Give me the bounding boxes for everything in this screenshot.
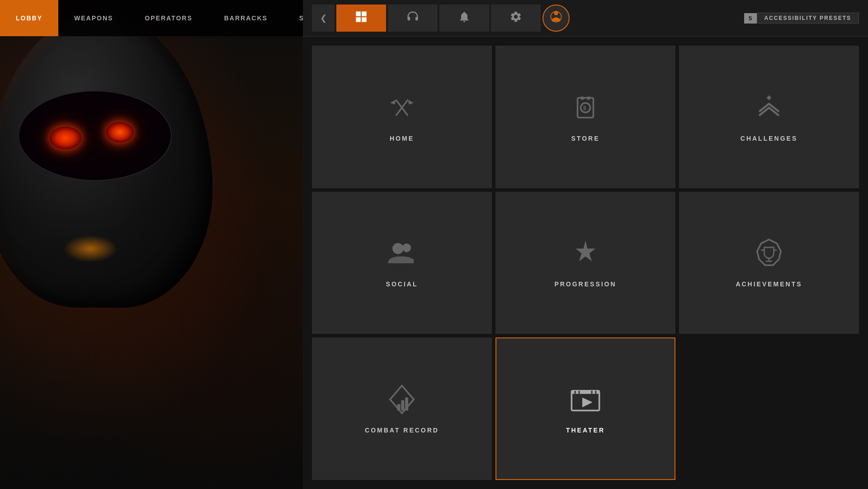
back-button[interactable]: ❮ xyxy=(312,5,335,32)
nav-tab-store[interactable]: STORE xyxy=(283,0,303,36)
accessibility-presets: 5 ACCESSIBILITY PRESETS xyxy=(744,13,859,24)
social-icon xyxy=(386,237,418,273)
challenges-label: CHALLENGES xyxy=(741,135,797,142)
tile-combat-record[interactable]: COMBAT RECORD xyxy=(312,337,492,480)
svg-marker-9 xyxy=(408,100,414,104)
svg-text:$: $ xyxy=(583,105,586,111)
progression-label: PROGRESSION xyxy=(554,280,616,288)
svg-rect-2 xyxy=(356,17,361,22)
tile-theater[interactable]: THEATER xyxy=(495,337,675,480)
gear-icon-button[interactable] xyxy=(491,5,541,32)
gear-icon xyxy=(509,10,522,26)
right-panel: ❮ xyxy=(303,0,868,489)
nav-tab-barracks[interactable]: BARRACKS xyxy=(208,0,283,36)
menu-grid: HOME $ STORE xyxy=(303,37,868,489)
tile-store[interactable]: $ STORE xyxy=(495,46,675,188)
home-icon xyxy=(386,92,418,128)
accessibility-label: ACCESSIBILITY PRESETS xyxy=(757,13,859,24)
svg-rect-27 xyxy=(397,404,401,411)
headset-icon-button[interactable] xyxy=(388,5,438,32)
combat-record-label: COMBAT RECORD xyxy=(365,427,439,434)
bell-icon-button[interactable] xyxy=(439,5,489,32)
top-navigation: LOBBY WEAPONS OPERATORS BARRACKS STORE xyxy=(0,0,303,36)
progression-icon xyxy=(570,237,601,273)
nav-tabs: LOBBY WEAPONS OPERATORS BARRACKS STORE xyxy=(0,0,303,36)
challenges-icon xyxy=(753,92,785,128)
nav-tab-weapons[interactable]: WEAPONS xyxy=(58,0,129,36)
svg-point-17 xyxy=(392,243,404,255)
svg-marker-36 xyxy=(582,398,593,408)
social-label: SOCIAL xyxy=(386,280,418,288)
helmet-graphic xyxy=(0,0,244,353)
tile-home[interactable]: HOME xyxy=(312,46,492,188)
svg-rect-29 xyxy=(405,398,408,411)
svg-rect-13 xyxy=(581,96,584,100)
accessibility-count: 5 xyxy=(744,13,757,24)
svg-point-18 xyxy=(402,244,411,252)
theater-label: THEATER xyxy=(566,427,605,434)
achievements-label: ACHIEVEMENTS xyxy=(736,280,802,288)
svg-rect-1 xyxy=(362,11,367,16)
grid-icon-button[interactable] xyxy=(336,5,386,32)
chevron-left-icon: ❮ xyxy=(320,13,327,23)
svg-rect-3 xyxy=(362,17,367,22)
svg-marker-19 xyxy=(576,241,595,261)
svg-rect-32 xyxy=(575,391,576,394)
theater-icon xyxy=(570,384,601,419)
svg-rect-34 xyxy=(591,391,593,394)
svg-marker-8 xyxy=(390,100,396,104)
achievements-icon xyxy=(753,237,785,273)
tile-progression[interactable]: PROGRESSION xyxy=(495,192,675,334)
tile-social[interactable]: SOCIAL xyxy=(312,192,492,334)
nav-tab-lobby[interactable]: LOBBY xyxy=(0,0,58,36)
nav-tab-operators[interactable]: OPERATORS xyxy=(129,0,208,36)
store-icon: $ xyxy=(570,92,601,128)
bell-icon xyxy=(458,10,471,26)
home-label: HOME xyxy=(390,135,414,142)
headset-icon xyxy=(406,10,419,26)
profile-icon-button[interactable] xyxy=(542,5,570,32)
svg-rect-28 xyxy=(401,400,404,411)
svg-rect-14 xyxy=(587,96,590,100)
profile-icon xyxy=(550,10,562,26)
character-panel: LOBBY WEAPONS OPERATORS BARRACKS STORE xyxy=(0,0,303,489)
store-label: STORE xyxy=(571,135,600,142)
tile-challenges[interactable]: CHALLENGES xyxy=(679,46,859,188)
svg-rect-35 xyxy=(595,391,597,394)
grid-icon xyxy=(355,10,368,26)
combat-record-icon xyxy=(386,384,418,419)
tile-achievements[interactable]: ACHIEVEMENTS xyxy=(679,192,859,334)
icon-toolbar: ❮ xyxy=(303,0,868,37)
svg-rect-0 xyxy=(356,11,361,16)
svg-rect-33 xyxy=(578,391,580,394)
